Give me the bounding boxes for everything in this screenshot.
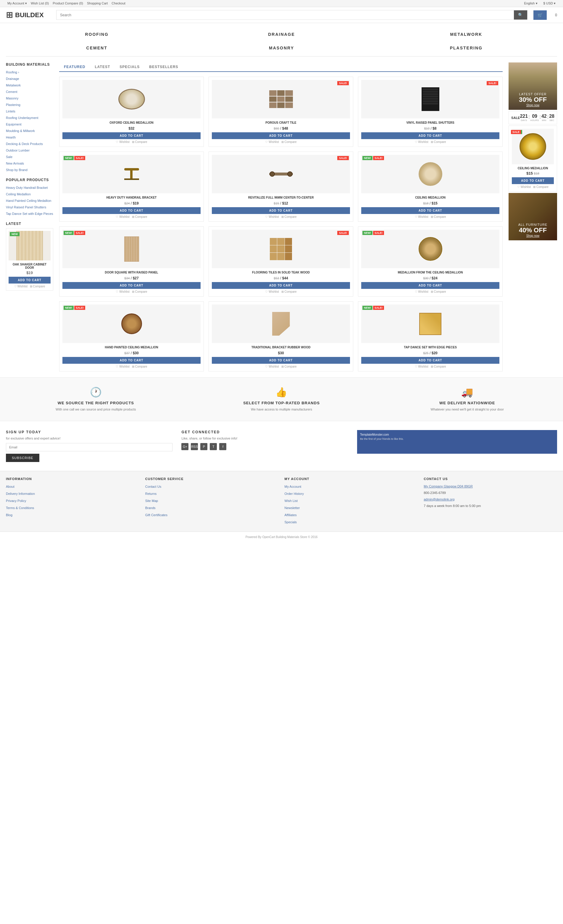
wishlist-11[interactable]: ♡ Wishlist: [265, 365, 279, 368]
sidebar-item-masonry[interactable]: Masonry: [6, 95, 53, 102]
tab-bestsellers[interactable]: BESTSELLERS: [144, 63, 183, 71]
sidebar-item-hearth[interactable]: Hearth: [6, 134, 53, 141]
compare-3[interactable]: ⊞ Compare: [431, 140, 446, 144]
footer-affiliates-link[interactable]: Affiliates: [284, 513, 297, 517]
nav-metalwork[interactable]: METALWORK: [376, 29, 557, 40]
subscribe-button[interactable]: SUBSCRIBE: [6, 454, 39, 462]
popular-ceiling-medallion[interactable]: Ceiling Medallion: [6, 191, 53, 197]
sidebar-item-roofing-underlayment[interactable]: Roofing Underlayment: [6, 114, 53, 121]
add-to-cart-9[interactable]: ADD TO CART: [361, 282, 499, 289]
sidebar-item-drainage[interactable]: Drainage: [6, 75, 53, 82]
add-to-cart-7[interactable]: ADD TO CART: [63, 282, 201, 289]
sidebar-item-decking[interactable]: Decking & Deck Products: [6, 141, 53, 147]
checkout-link[interactable]: Checkout: [112, 2, 125, 5]
wishlist-1[interactable]: ♡ Wishlist: [116, 140, 129, 144]
add-to-cart-10[interactable]: ADD TO CART: [63, 357, 201, 364]
cart-button[interactable]: 🛒: [533, 10, 547, 20]
add-to-cart-5[interactable]: ADD TO CART: [212, 207, 350, 214]
facebook-icon[interactable]: f: [219, 443, 226, 450]
compare-10[interactable]: ⊞ Compare: [132, 365, 147, 368]
twitter-icon[interactable]: T: [210, 443, 217, 450]
logo[interactable]: ⊞ BUILDEX: [6, 10, 50, 20]
footer-email-link[interactable]: admin@demolink.org: [424, 498, 454, 501]
footer-my-account-link[interactable]: My Account: [284, 485, 301, 488]
language-selector[interactable]: English ▾: [524, 2, 537, 5]
compare-9[interactable]: ⊞ Compare: [431, 290, 446, 293]
footer-order-history-link[interactable]: Order History: [284, 492, 304, 495]
wishlist-6[interactable]: ♡ Wishlist: [415, 215, 428, 218]
sidebar-item-plastering[interactable]: Plastering: [6, 102, 53, 108]
compare-4[interactable]: ⊞ Compare: [132, 215, 147, 218]
add-to-cart-11[interactable]: ADD TO CART: [212, 357, 350, 364]
add-to-cart-8[interactable]: ADD TO CART: [212, 282, 350, 289]
add-to-cart-1[interactable]: ADD TO CART: [63, 132, 201, 139]
sidebar-wishlist-link[interactable]: ♡ Wishlist: [14, 285, 27, 288]
nav-cement[interactable]: CEMENT: [6, 43, 187, 53]
wishlist-4[interactable]: ♡ Wishlist: [116, 215, 129, 218]
wishlist-5[interactable]: ♡ Wishlist: [265, 215, 279, 218]
nav-drainage[interactable]: DRAINAGE: [190, 29, 372, 40]
wishlist-9[interactable]: ♡ Wishlist: [415, 290, 428, 293]
sidebar-item-sale[interactable]: Sale: [6, 154, 53, 160]
email-input[interactable]: [6, 443, 172, 452]
footer-site-map-link[interactable]: Site Map: [145, 499, 158, 502]
compare-11[interactable]: ⊞ Compare: [282, 365, 297, 368]
footer-privacy-link[interactable]: Privacy Policy: [6, 499, 26, 502]
sidebar-item-moulding[interactable]: Moulding & Millwork: [6, 128, 53, 134]
footer-wish-list-link[interactable]: Wish List: [284, 499, 298, 502]
footer-newsletter-link[interactable]: Newsletter: [284, 506, 300, 510]
sidebar-compare-link[interactable]: ⊞ Compare: [30, 285, 45, 288]
compare-7[interactable]: ⊞ Compare: [132, 290, 147, 293]
sidebar-item-roofing[interactable]: Roofing: [6, 69, 53, 75]
search-input[interactable]: [57, 10, 514, 20]
banner2-shop-now[interactable]: Shop now: [518, 234, 548, 237]
compare-5[interactable]: ⊞ Compare: [282, 215, 297, 218]
shopping-cart-link[interactable]: Shopping Cart: [87, 2, 108, 5]
footer-specials-link[interactable]: Specials: [284, 520, 297, 524]
nav-masonry[interactable]: MASONRY: [190, 43, 372, 53]
footer-terms-link[interactable]: Terms & Conditions: [6, 506, 34, 510]
tab-latest[interactable]: LATEST: [90, 63, 115, 71]
popular-handrail[interactable]: Heavy Duty Handrail Bracket: [6, 184, 53, 191]
wishlist-10[interactable]: ♡ Wishlist: [116, 365, 129, 368]
compare-1[interactable]: ⊞ Compare: [132, 140, 147, 144]
compare-6[interactable]: ⊞ Compare: [431, 215, 446, 218]
add-to-cart-12[interactable]: ADD TO CART: [361, 357, 499, 364]
footer-gift-link[interactable]: Gift Certificates: [145, 513, 168, 517]
popular-hand-painted[interactable]: Hand Painted Ceiling Medallion: [6, 197, 53, 204]
sidebar-item-metalwork[interactable]: Metalwork: [6, 82, 53, 88]
popular-tap-dance[interactable]: Tap Dance Set with Edge Pieces: [6, 210, 53, 217]
right-compare-link[interactable]: ⊞ Compare: [533, 185, 548, 189]
search-button[interactable]: 🔍: [514, 10, 527, 20]
right-wishlist-link[interactable]: ♡ Wishlist: [517, 185, 531, 189]
add-to-cart-3[interactable]: ADD TO CART: [361, 132, 499, 139]
nav-plastering[interactable]: PLASTERING: [376, 43, 557, 53]
sidebar-latest-add-to-cart[interactable]: ADD TO CART: [9, 277, 51, 284]
popular-vinyl-shutters[interactable]: Vinyl Raised Panel Shutters: [6, 204, 53, 210]
add-to-cart-2[interactable]: ADD TO CART: [212, 132, 350, 139]
compare-2[interactable]: ⊞ Compare: [282, 140, 297, 144]
currency-selector[interactable]: $ USD ▾: [544, 2, 556, 5]
compare-link[interactable]: Product Compare (0): [52, 2, 83, 5]
footer-blog-link[interactable]: Blog: [6, 513, 12, 517]
footer-about-link[interactable]: About: [6, 485, 15, 488]
compare-8[interactable]: ⊞ Compare: [282, 290, 297, 293]
wishlist-3[interactable]: ♡ Wishlist: [415, 140, 428, 144]
wishlist-link[interactable]: Wish List (0): [31, 2, 49, 5]
sidebar-item-equipment[interactable]: Equipment: [6, 121, 53, 128]
footer-address-link[interactable]: My Company Glasgow D04 89GR: [424, 484, 473, 488]
google-plus-icon[interactable]: G+: [181, 443, 189, 450]
rss-icon[interactable]: RSS: [191, 443, 198, 450]
footer-contact-us-link[interactable]: Contact Us: [145, 485, 161, 488]
add-to-cart-4[interactable]: ADD TO CART: [63, 207, 201, 214]
nav-roofing[interactable]: ROOFING: [6, 29, 187, 40]
sidebar-item-lintels[interactable]: Lintels: [6, 108, 53, 114]
wishlist-8[interactable]: ♡ Wishlist: [265, 290, 279, 293]
wishlist-7[interactable]: ♡ Wishlist: [116, 290, 129, 293]
my-account-link[interactable]: My Account ▾: [7, 2, 27, 5]
footer-delivery-link[interactable]: Delivery Information: [6, 492, 35, 495]
wishlist-2[interactable]: ♡ Wishlist: [265, 140, 279, 144]
right-add-to-cart[interactable]: ADD TO CART: [512, 177, 554, 184]
tab-specials[interactable]: SPECIALS: [115, 63, 144, 71]
compare-12[interactable]: ⊞ Compare: [431, 365, 446, 368]
